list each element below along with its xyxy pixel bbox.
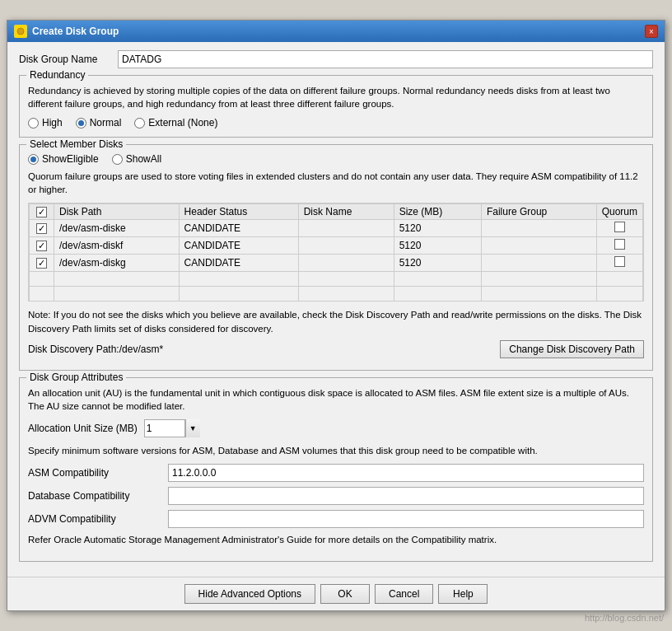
watermark: http://blog.csdn.net/ [585,613,664,623]
alloc-description: An allocation unit (AU) is the fundament… [28,386,644,413]
row1-quorum-cell[interactable] [596,220,642,237]
row1-status: CANDIDATE [179,220,298,237]
redundancy-high[interactable]: High [28,117,63,129]
row2-path: /dev/asm-diskf [54,237,180,255]
member-disks-title: Select Member Disks [26,138,126,150]
row1-size: 5120 [394,220,481,237]
change-discovery-path-button[interactable]: Change Disk Discovery Path [500,340,644,358]
alloc-dropdown-arrow[interactable]: ▼ [185,419,200,437]
show-all-option[interactable]: ShowAll [112,153,161,165]
row2-status: CANDIDATE [179,237,298,255]
row2-quorum-cell[interactable] [596,237,642,255]
row3-status: CANDIDATE [179,255,298,272]
alloc-value-display[interactable]: 1 [144,419,185,437]
row3-checkbox-cell[interactable] [30,255,54,272]
th-size: Size (MB) [394,204,481,220]
disk-group-name-label: Disk Group Name [19,54,110,65]
dialog-footer: Hide Advanced Options OK Cancel Help [7,577,665,610]
redundancy-external[interactable]: External (None) [134,117,217,129]
ok-button[interactable]: OK [320,584,370,604]
row1-path: /dev/asm-diske [54,220,180,237]
table-row: /dev/asm-diske CANDIDATE 5120 [30,220,643,237]
redundancy-group: Redundancy Redundancy is achieved by sto… [19,75,653,138]
row3-failgroup [481,255,596,272]
select-all-checkbox[interactable] [36,207,47,217]
quorum-note: Quorum failure groups are used to store … [28,170,644,196]
row2-checkbox-cell[interactable] [30,237,54,255]
db-compat-input[interactable] [168,487,644,505]
cancel-button[interactable]: Cancel [375,584,433,604]
main-window: Create Disk Group × Disk Group Name Redu… [7,20,665,611]
alloc-select-wrapper: 1 ▼ [144,419,200,437]
discovery-path-label: Disk Discovery Path:/dev/asm* [28,344,163,355]
row1-checkbox[interactable] [36,223,47,234]
redundancy-description: Redundancy is achieved by storing multip… [28,84,644,110]
row1-quorum-checkbox[interactable] [614,222,625,232]
th-header-status: Header Status [179,204,298,220]
th-quorum: Quorum [596,204,642,220]
th-failure-group: Failure Group [481,204,596,220]
row3-path: /dev/asm-diskg [54,255,180,272]
table-row: /dev/asm-diskg CANDIDATE 5120 [30,255,643,272]
redundancy-options: High Normal External (None) [28,117,644,129]
disk-table: Disk Path Header Status Disk Name Size (… [29,203,643,301]
window-icon [14,25,27,38]
disk-group-name-row: Disk Group Name [19,50,653,68]
member-disks-group: Select Member Disks ShowEligible ShowAll… [19,144,653,370]
asm-compat-input[interactable] [168,464,644,482]
db-compat-label: Database Compatibility [28,490,160,502]
refer-text: Refer Oracle Automatic Storage Managemen… [28,533,644,546]
disk-group-attrs-group: Disk Group Attributes An allocation unit… [19,377,653,562]
advm-compat-label: ADVM Compatibility [28,513,160,525]
dialog-content: Disk Group Name Redundancy Redundancy is… [7,42,665,577]
row2-diskname [298,237,394,255]
redundancy-group-title: Redundancy [26,69,88,81]
disk-note: Note: If you do not see the disks which … [28,308,644,334]
alloc-unit-row: Allocation Unit Size (MB) 1 ▼ [28,419,644,437]
radio-show-eligible[interactable] [28,154,39,165]
advm-compat-row: ADVM Compatibility [28,510,644,528]
svg-point-1 [17,28,24,35]
row1-failgroup [481,220,596,237]
disk-group-name-input[interactable] [118,50,653,68]
row2-failgroup [481,237,596,255]
close-button[interactable]: × [645,25,658,38]
row1-checkbox-cell[interactable] [30,220,54,237]
disk-table-container[interactable]: Disk Path Header Status Disk Name Size (… [28,203,644,301]
redundancy-normal[interactable]: Normal [76,117,122,129]
db-compat-row: Database Compatibility [28,487,644,505]
empty-row [30,287,643,301]
row2-quorum-checkbox[interactable] [614,239,625,250]
radio-high[interactable] [28,118,39,129]
radio-show-all[interactable] [112,154,123,165]
alloc-unit-label: Allocation Unit Size (MB) [28,423,138,434]
show-eligible-option[interactable]: ShowEligible [28,153,99,165]
hide-advanced-button[interactable]: Hide Advanced Options [184,584,315,604]
disk-attrs-title: Disk Group Attributes [26,372,126,383]
asm-compat-row: ASM Compatibility [28,464,644,482]
compat-note: Specify minimum software versions for AS… [28,444,644,457]
advm-compat-input[interactable] [168,510,644,528]
row3-checkbox[interactable] [36,258,47,269]
show-disks-row: ShowEligible ShowAll [28,153,644,165]
table-row: /dev/asm-diskf CANDIDATE 5120 [30,237,643,255]
th-checkbox [30,204,54,220]
th-disk-name: Disk Name [298,204,394,220]
title-bar: Create Disk Group × [7,21,665,42]
window-title: Create Disk Group [32,26,119,37]
radio-normal[interactable] [76,118,86,129]
th-disk-path: Disk Path [54,204,180,220]
help-button[interactable]: Help [438,584,488,604]
discovery-path-row: Disk Discovery Path:/dev/asm* Change Dis… [28,340,644,358]
row3-quorum-cell[interactable] [596,255,642,272]
row3-diskname [298,255,394,272]
asm-compat-label: ASM Compatibility [28,467,160,479]
empty-row [30,272,643,287]
row2-checkbox[interactable] [36,241,47,251]
row2-size: 5120 [394,237,481,255]
radio-external[interactable] [134,118,145,129]
row3-quorum-checkbox[interactable] [614,256,625,267]
row1-diskname [298,220,394,237]
row3-size: 5120 [394,255,481,272]
